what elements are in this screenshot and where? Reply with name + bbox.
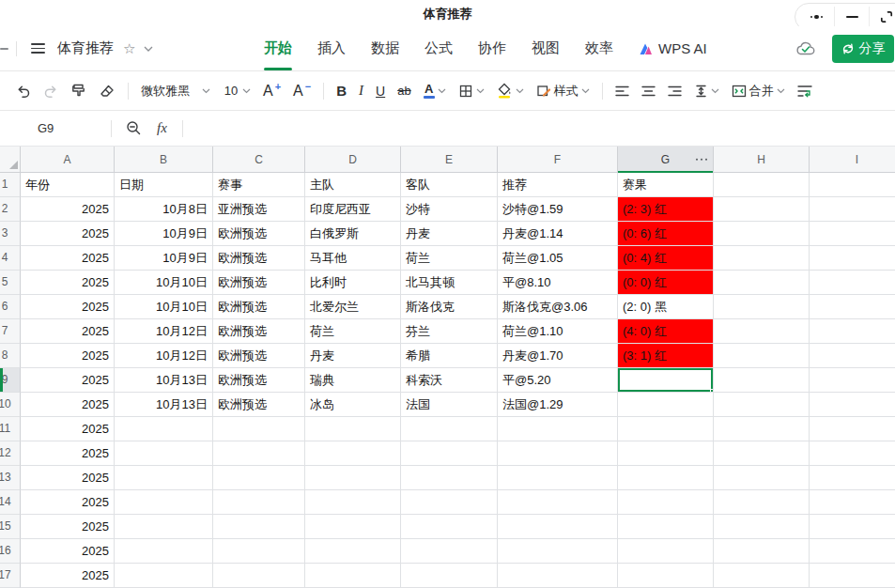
cell-G17[interactable] [618,564,714,588]
decrease-font-button[interactable]: A− [293,83,311,100]
cell-A6[interactable]: 2025 [21,295,115,319]
cell-F3[interactable]: 丹麦@1.14 [498,222,618,246]
column-header-H[interactable]: H [714,147,810,173]
cell-I4[interactable] [810,246,895,271]
cell-H11[interactable] [714,417,810,441]
cell-A3[interactable]: 2025 [21,222,115,246]
row-header-1[interactable]: 1 [0,173,21,197]
share-button[interactable]: 分享 [832,35,894,63]
cell-A5[interactable]: 2025 [21,271,115,295]
cell-B12[interactable] [115,441,213,466]
cell-A1[interactable]: 年份 [21,173,115,197]
back-icon[interactable] [0,48,8,50]
cell-style-button[interactable]: 样式 [536,83,590,100]
cell-F13[interactable] [498,466,618,490]
tab-formulas[interactable]: 公式 [424,26,453,70]
cell-A16[interactable]: 2025 [21,539,115,564]
cell-H13[interactable] [714,466,810,490]
cell-C10[interactable]: 欧洲预选 [213,393,305,417]
cell-C1[interactable]: 赛事 [213,173,305,197]
cell-E10[interactable]: 法国 [401,393,498,417]
cell-C15[interactable] [213,515,305,539]
cell-E7[interactable]: 芬兰 [401,319,498,344]
row-header-6[interactable]: 6 [0,295,21,319]
cell-G11[interactable] [618,417,714,441]
cell-I7[interactable] [810,319,895,344]
cell-H1[interactable] [714,173,810,197]
align-left-button[interactable] [615,85,629,97]
cell-B1[interactable]: 日期 [115,173,213,197]
cell-D6[interactable]: 北爱尔兰 [305,295,401,319]
cell-C8[interactable]: 欧洲预选 [213,344,305,368]
cell-C2[interactable]: 亚洲预选 [213,197,305,222]
cell-E15[interactable] [401,515,498,539]
tab-data[interactable]: 数据 [371,26,399,70]
cell-I9[interactable] [810,368,895,393]
cell-I12[interactable] [810,441,895,466]
more-button[interactable] [799,7,834,27]
cell-B4[interactable]: 10月9日 [115,246,213,271]
insert-function-icon[interactable]: fx [157,120,167,136]
doc-title-chevron-icon[interactable] [144,46,153,52]
cell-I14[interactable] [810,490,895,515]
tab-wps-ai[interactable]: WPS AI [639,26,707,70]
cell-E14[interactable] [401,490,498,515]
cell-I5[interactable] [810,271,895,295]
cell-I17[interactable] [810,564,895,588]
column-menu-icon[interactable] [696,158,708,161]
cell-F12[interactable] [498,441,618,466]
underline-button[interactable]: U [376,84,385,99]
cell-F6[interactable]: 斯洛伐克@3.06 [498,295,618,319]
cell-H10[interactable] [714,393,810,417]
column-header-F[interactable]: F [498,147,618,173]
cell-H17[interactable] [714,564,810,588]
row-header-5[interactable]: 5 [0,271,21,295]
cell-B11[interactable] [115,417,213,441]
cell-B5[interactable]: 10月10日 [115,271,213,295]
cell-B8[interactable]: 10月12日 [115,344,213,368]
cell-D11[interactable] [305,417,401,441]
cell-C3[interactable]: 欧洲预选 [213,222,305,246]
cell-G13[interactable] [618,466,714,490]
name-box[interactable]: G9 [0,121,111,135]
cell-D8[interactable]: 丹麦 [305,344,401,368]
cell-F10[interactable]: 法国@1.29 [498,393,618,417]
column-header-A[interactable]: A [21,147,115,173]
cell-B6[interactable]: 10月10日 [115,295,213,319]
column-header-G[interactable]: G [618,147,714,173]
cell-F2[interactable]: 沙特@1.59 [498,197,618,222]
cell-H5[interactable] [714,271,810,295]
cell-A8[interactable]: 2025 [21,344,115,368]
cell-G10[interactable] [618,393,714,417]
cell-F5[interactable]: 平@8.10 [498,271,618,295]
cell-H15[interactable] [714,515,810,539]
row-header-13[interactable]: 13 [0,466,21,490]
cell-D7[interactable]: 荷兰 [305,319,401,344]
cell-A13[interactable]: 2025 [21,466,115,490]
cell-D2[interactable]: 印度尼西亚 [305,197,401,222]
cell-I15[interactable] [810,515,895,539]
cell-B17[interactable] [115,564,213,588]
tab-view[interactable]: 视图 [532,26,560,70]
cell-H16[interactable] [714,539,810,564]
fill-handle[interactable] [710,389,714,393]
format-painter-button[interactable] [70,83,86,99]
borders-button[interactable] [458,84,485,99]
cell-C16[interactable] [213,539,305,564]
row-header-2[interactable]: 2 [0,197,21,222]
cell-G12[interactable] [618,441,714,466]
row-header-4[interactable]: 4 [0,246,21,271]
cell-D10[interactable]: 冰岛 [305,393,401,417]
cell-E6[interactable]: 斯洛伐克 [401,295,498,319]
cell-H9[interactable] [714,368,810,393]
cell-F1[interactable]: 推荐 [498,173,618,197]
italic-button[interactable]: I [359,83,363,99]
cell-G16[interactable] [618,539,714,564]
tab-insert[interactable]: 插入 [317,26,346,70]
cell-H6[interactable] [714,295,810,319]
tab-home[interactable]: 开始 [264,26,292,70]
cell-E11[interactable] [401,417,498,441]
cell-A14[interactable]: 2025 [21,490,115,515]
cell-C13[interactable] [213,466,305,490]
cell-D5[interactable]: 比利时 [305,271,401,295]
